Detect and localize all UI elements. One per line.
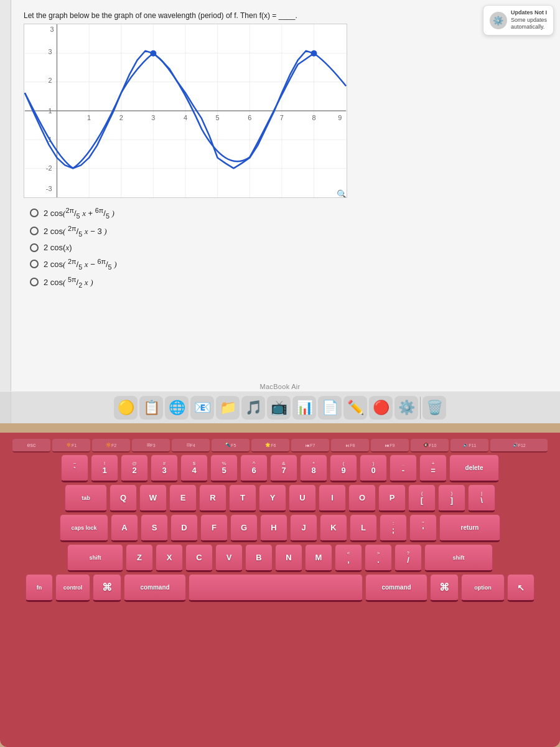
- key-6[interactable]: ^ 6: [240, 455, 268, 482]
- key-f[interactable]: F: [200, 515, 228, 542]
- notification-box[interactable]: ⚙️ Updates Not I Some updates automatica…: [483, 5, 554, 35]
- choice-e[interactable]: 2 cos( 5π/2 x ): [30, 276, 548, 289]
- key-slash[interactable]: ? /: [394, 545, 422, 572]
- key-0[interactable]: ) 0: [360, 455, 387, 482]
- key-a[interactable]: A: [111, 515, 138, 542]
- radio-e[interactable]: [30, 278, 39, 286]
- key-return[interactable]: return: [439, 515, 500, 542]
- fn-key-f8[interactable]: ⏯F8: [331, 439, 369, 453]
- key-bracket-open[interactable]: { [: [408, 485, 436, 512]
- key-m[interactable]: M: [305, 545, 332, 572]
- key-semicolon[interactable]: : ;: [380, 515, 407, 542]
- dock-item-draw[interactable]: ✏️: [343, 396, 367, 420]
- key-p[interactable]: P: [378, 485, 406, 512]
- dock-item-notes[interactable]: 📄: [318, 396, 342, 420]
- key-space[interactable]: [189, 575, 363, 602]
- key-1[interactable]: ! 1: [91, 455, 118, 482]
- key-n[interactable]: N: [275, 545, 302, 572]
- key-i[interactable]: I: [319, 485, 346, 512]
- key-d[interactable]: D: [170, 515, 198, 542]
- key-h[interactable]: H: [260, 515, 287, 542]
- key-comma[interactable]: < ,: [335, 545, 362, 572]
- choice-b[interactable]: 2 cos( 2π/5 x − 3 ): [30, 225, 548, 238]
- key-b[interactable]: B: [245, 545, 273, 572]
- key-fn[interactable]: fn: [26, 575, 53, 602]
- key-t[interactable]: T: [229, 485, 256, 512]
- key-minus[interactable]: _ -: [390, 455, 417, 482]
- key-s[interactable]: S: [141, 515, 168, 542]
- key-tab[interactable]: tab: [65, 485, 107, 512]
- key-c[interactable]: C: [185, 545, 213, 572]
- key-period[interactable]: > .: [365, 545, 392, 572]
- dock-item-finder[interactable]: 🟡: [114, 396, 138, 420]
- key-option-symbol[interactable]: ↖: [507, 575, 534, 602]
- key-l[interactable]: L: [350, 515, 377, 542]
- key-o[interactable]: O: [348, 485, 376, 512]
- key-5[interactable]: % 5: [210, 455, 238, 482]
- key-u[interactable]: U: [289, 485, 316, 512]
- fn-key-f4[interactable]: ⊟F4: [172, 439, 210, 453]
- choice-d[interactable]: 2 cos( 2π/5 x − 6π/5 ): [30, 258, 548, 271]
- key-w[interactable]: W: [139, 485, 167, 512]
- fn-key-f3[interactable]: ⊞F3: [132, 439, 170, 453]
- key-delete[interactable]: delete: [449, 455, 499, 482]
- key-cmd-right-symbol[interactable]: ⌘: [430, 575, 459, 602]
- dock-item-acrobat[interactable]: 🔴: [369, 396, 393, 420]
- key-q[interactable]: Q: [110, 485, 137, 512]
- key-backtick[interactable]: ~ `: [61, 455, 88, 482]
- key-cmd-left-symbol[interactable]: ⌘: [93, 575, 121, 602]
- dock-item-safari[interactable]: 🌐: [165, 396, 189, 420]
- dock-item-settings[interactable]: ⚙️: [394, 396, 418, 420]
- key-quote[interactable]: " ': [409, 515, 437, 542]
- radio-d[interactable]: [30, 260, 39, 268]
- key-z[interactable]: Z: [126, 545, 153, 572]
- key-v[interactable]: V: [215, 545, 243, 572]
- dock-item-tv[interactable]: 📺: [267, 396, 291, 420]
- key-shift-left[interactable]: shift: [67, 545, 123, 572]
- fn-key-f2[interactable]: 🔆F2: [92, 439, 130, 453]
- key-cmd-right[interactable]: command: [365, 575, 427, 602]
- key-shift-right[interactable]: shift: [424, 545, 493, 572]
- radio-a[interactable]: [30, 209, 39, 217]
- fn-key-f7[interactable]: ⏮F7: [291, 439, 329, 453]
- key-8[interactable]: * 8: [300, 455, 327, 482]
- dock-item-music[interactable]: 🎵: [241, 396, 265, 420]
- key-backslash[interactable]: | \: [468, 485, 495, 512]
- key-7[interactable]: & 7: [270, 455, 297, 482]
- fn-key-f6[interactable]: 🌟F6: [251, 439, 289, 453]
- key-g[interactable]: G: [230, 515, 258, 542]
- dock-item-trash[interactable]: 🗑️: [422, 396, 446, 420]
- fn-key-f10[interactable]: 🔇F10: [411, 439, 449, 453]
- key-9[interactable]: ( 9: [330, 455, 357, 482]
- fn-key-esc[interactable]: esc: [12, 439, 50, 453]
- fn-key-f12[interactable]: 🔊F12: [490, 439, 548, 453]
- fn-key-f5[interactable]: 🔦F5: [212, 439, 250, 453]
- key-option[interactable]: option: [461, 575, 505, 602]
- dock-item-launchpad[interactable]: 📋: [139, 396, 163, 420]
- key-k[interactable]: K: [320, 515, 347, 542]
- fn-key-f11[interactable]: 🔉F11: [450, 439, 488, 453]
- key-cmd-left[interactable]: command: [124, 575, 186, 602]
- dock-item-files[interactable]: 📁: [216, 396, 240, 420]
- key-y[interactable]: Y: [259, 485, 286, 512]
- key-equal[interactable]: + =: [419, 455, 447, 482]
- choice-c[interactable]: 2 cos(x): [30, 243, 548, 253]
- fn-key-f9[interactable]: ⏭F9: [371, 439, 409, 453]
- key-2[interactable]: @ 2: [121, 455, 148, 482]
- fn-key-f1[interactable]: 🔅F1: [52, 439, 90, 453]
- radio-c[interactable]: [30, 243, 39, 252]
- key-3[interactable]: # 3: [151, 455, 178, 482]
- key-caps[interactable]: caps lock: [60, 515, 108, 542]
- key-ctrl[interactable]: control: [55, 575, 90, 602]
- key-4[interactable]: $ 4: [180, 455, 208, 482]
- dock-item-mail[interactable]: 📧: [190, 396, 214, 420]
- key-r[interactable]: R: [199, 485, 226, 512]
- choice-a[interactable]: 2 cos( ​ 2π/5 x + 6π/5 ): [30, 207, 548, 220]
- svg-text:3: 3: [48, 48, 52, 55]
- key-x[interactable]: X: [156, 545, 183, 572]
- key-bracket-close[interactable]: } ]: [438, 485, 465, 512]
- radio-b[interactable]: [30, 227, 39, 235]
- key-j[interactable]: J: [290, 515, 317, 542]
- dock-item-numbers[interactable]: 📊: [292, 396, 316, 420]
- key-e[interactable]: E: [169, 485, 197, 512]
